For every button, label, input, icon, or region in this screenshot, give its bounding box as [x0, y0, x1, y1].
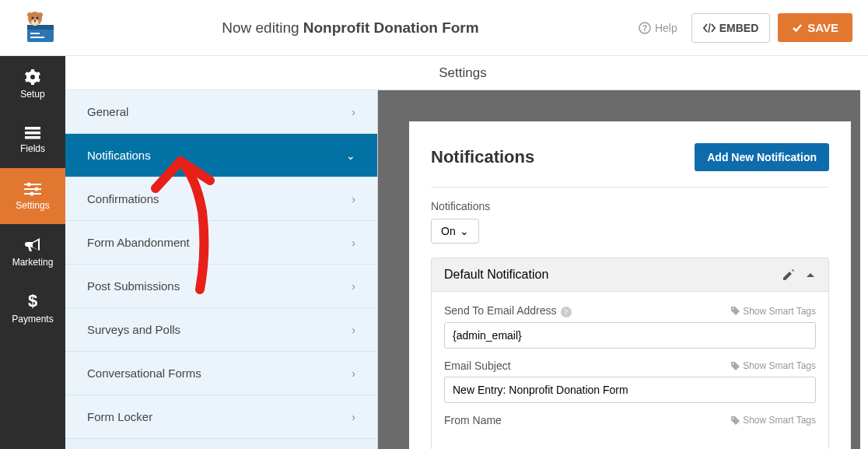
svg-rect-14 — [25, 127, 40, 130]
svg-text:?: ? — [642, 24, 647, 33]
topbar-actions: ? Help EMBED SAVE — [639, 13, 852, 43]
svg-point-5 — [27, 12, 32, 17]
dollar-icon: $ — [27, 293, 38, 310]
field-label-text: Email Subject — [444, 360, 511, 372]
help-label: Help — [655, 22, 677, 34]
tag-icon — [731, 307, 740, 315]
chevron-down-icon: ⌄ — [346, 149, 355, 162]
topbar: Now editing Nonprofit Donation Form ? He… — [0, 0, 868, 56]
sliders-icon — [24, 182, 41, 196]
settings-menu-form-abandonment[interactable]: Form Abandonment › — [65, 221, 377, 265]
sidebar-item-setup[interactable]: Setup — [0, 56, 65, 112]
chevron-right-icon: › — [352, 193, 355, 205]
add-notification-button[interactable]: Add New Notification — [695, 143, 829, 171]
notification-card-actions — [783, 269, 816, 280]
svg-rect-15 — [25, 132, 40, 135]
settings-menu-surveys-polls[interactable]: Surveys and Polls › — [65, 308, 377, 352]
svg-rect-1 — [27, 25, 54, 30]
settings-menu-confirmations[interactable]: Confirmations › — [65, 177, 377, 221]
settings-menu-label: Confirmations — [87, 192, 159, 205]
settings-menu-label: Form Abandonment — [87, 236, 190, 249]
settings-menu-general[interactable]: General › — [65, 90, 377, 134]
sidebar: Setup Fields Settings Marketing $ Paymen… — [0, 56, 65, 449]
tag-icon — [731, 416, 740, 425]
sidebar-item-label: Settings — [16, 200, 49, 211]
svg-point-22 — [30, 191, 34, 195]
chevron-right-icon: › — [352, 367, 355, 380]
save-button[interactable]: SAVE — [778, 13, 852, 42]
notification-card-header: Default Notification — [432, 258, 828, 292]
notification-card: Default Notification Send To Email Addre… — [431, 258, 829, 449]
chevron-right-icon: › — [352, 324, 355, 336]
notification-name: Default Notification — [444, 268, 548, 282]
svg-point-10 — [34, 19, 36, 21]
chevron-right-icon: › — [352, 237, 355, 249]
editing-prefix: Now editing — [222, 19, 303, 36]
field-email-subject: Email Subject Show Smart Tags — [444, 360, 816, 403]
smart-tags-link[interactable]: Show Smart Tags — [731, 360, 816, 371]
help-link[interactable]: ? Help — [639, 22, 677, 34]
svg-text:$: $ — [28, 293, 37, 310]
panel-header: Notifications Add New Notification — [431, 143, 829, 188]
sidebar-item-label: Setup — [20, 89, 44, 100]
smart-tags-link[interactable]: Show Smart Tags — [731, 415, 816, 426]
sidebar-item-settings[interactable]: Settings — [0, 168, 65, 224]
pencil-icon[interactable] — [783, 269, 794, 280]
form-name: Nonprofit Donation Form — [303, 19, 479, 36]
embed-button[interactable]: EMBED — [691, 13, 771, 43]
field-send-to: Send To Email Address? Show Smart Tags — [444, 304, 816, 349]
settings-menu-conversational-forms[interactable]: Conversational Forms › — [65, 352, 377, 395]
settings-menu-label: Notifications — [87, 149, 151, 162]
code-icon — [703, 23, 716, 33]
toggle-value: On — [441, 225, 456, 237]
smart-tags-link[interactable]: Show Smart Tags — [731, 306, 816, 317]
settings-menu-label: Surveys and Polls — [87, 323, 180, 336]
settings-menu: General › Notifications ⌄ Confirmations … — [65, 90, 378, 449]
save-label: SAVE — [807, 21, 838, 34]
chevron-right-icon: › — [352, 280, 355, 293]
send-to-input[interactable] — [444, 322, 816, 349]
settings-menu-label: General — [87, 105, 128, 118]
sidebar-item-label: Marketing — [12, 257, 54, 268]
notifications-toggle-label: Notifications — [431, 200, 829, 212]
sidebar-item-label: Payments — [12, 314, 53, 324]
field-label-row: From Name Show Smart Tags — [444, 414, 816, 426]
main-area: Notifications Add New Notification Notif… — [378, 90, 860, 449]
svg-rect-16 — [25, 136, 40, 139]
svg-rect-3 — [30, 37, 44, 38]
subject-input[interactable] — [444, 377, 816, 403]
chevron-up-icon[interactable] — [805, 269, 816, 280]
settings-menu-label: Post Submissions — [87, 279, 180, 293]
settings-menu-label: Form Locker — [87, 410, 152, 423]
settings-menu-post-submissions[interactable]: Post Submissions › — [65, 265, 377, 308]
notification-card-body: Send To Email Address? Show Smart Tags E… — [432, 292, 828, 449]
notifications-toggle[interactable]: On ⌄ — [431, 219, 479, 244]
chevron-down-icon: ⌄ — [460, 225, 469, 237]
svg-point-6 — [38, 12, 43, 17]
tag-icon — [731, 362, 740, 370]
help-icon: ? — [639, 22, 651, 34]
settings-menu-label: Conversational Forms — [87, 367, 201, 380]
notifications-panel: Notifications Add New Notification Notif… — [409, 121, 851, 449]
gear-icon — [25, 69, 40, 85]
sidebar-item-payments[interactable]: $ Payments — [0, 280, 65, 336]
svg-rect-2 — [30, 33, 40, 34]
field-label-row: Email Subject Show Smart Tags — [444, 360, 816, 372]
chevron-right-icon: › — [352, 411, 355, 423]
field-label-text: Send To Email Address? — [444, 304, 572, 317]
settings-header: Settings — [65, 56, 860, 90]
embed-label: EMBED — [719, 22, 759, 34]
sidebar-item-fields[interactable]: Fields — [0, 112, 65, 168]
svg-point-18 — [27, 182, 31, 186]
settings-menu-notifications[interactable]: Notifications ⌄ — [65, 134, 377, 177]
help-icon[interactable]: ? — [561, 307, 572, 317]
svg-point-20 — [35, 187, 39, 191]
settings-menu-form-locker[interactable]: Form Locker › — [65, 395, 377, 439]
field-label-row: Send To Email Address? Show Smart Tags — [444, 304, 816, 317]
chevron-right-icon: › — [352, 106, 355, 118]
editing-title: Now editing Nonprofit Donation Form — [62, 19, 639, 37]
sidebar-item-marketing[interactable]: Marketing — [0, 224, 65, 280]
svg-point-8 — [37, 16, 39, 19]
sidebar-item-label: Fields — [20, 143, 45, 154]
list-icon — [25, 127, 40, 139]
